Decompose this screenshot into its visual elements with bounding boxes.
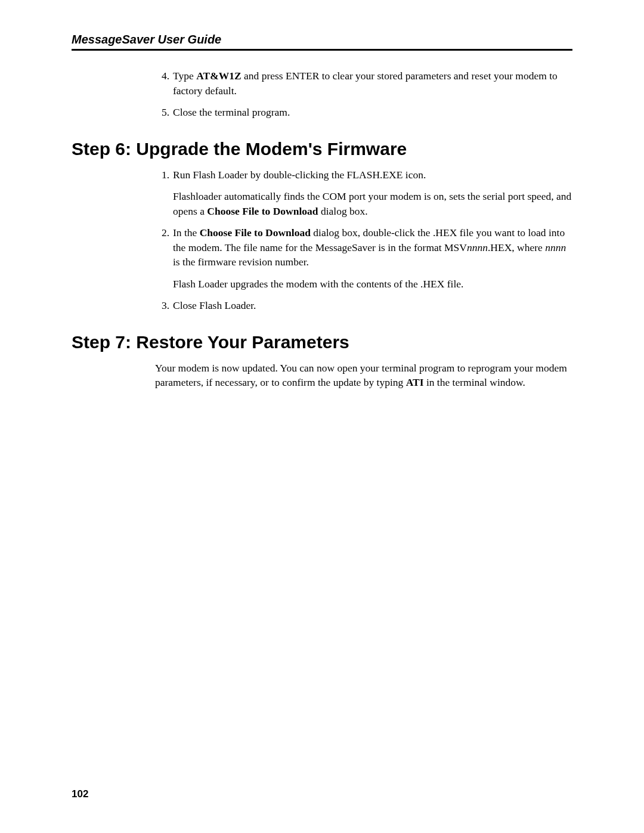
- list-text: Flash Loader upgrades the modem with the…: [173, 277, 572, 292]
- step7-heading: Step 7: Restore Your Parameters: [72, 332, 572, 352]
- paragraph-text: Your modem is now updated. You can now o…: [155, 361, 572, 390]
- step7-block: Your modem is now updated. You can now o…: [72, 361, 572, 390]
- list-item-3: 3. Close Flash Loader.: [155, 298, 572, 313]
- list-text: Run Flash Loader by double-clicking the …: [173, 168, 572, 182]
- list-number: 2.: [155, 225, 169, 291]
- list-text: Flashloader automatically finds the COM …: [173, 189, 572, 218]
- prelist-block: 4. Type AT&W1Z and press ENTER to clear …: [72, 69, 572, 120]
- dialog-name: Choose File to Download: [207, 205, 318, 217]
- page-number: 102: [72, 788, 88, 800]
- list-item-4: 4. Type AT&W1Z and press ENTER to clear …: [155, 69, 572, 98]
- list-text: Close Flash Loader.: [173, 298, 572, 313]
- list-item-5: 5. Close the terminal program.: [155, 105, 572, 120]
- header-title: MessageSaver User Guide: [72, 33, 572, 47]
- list-item-2: 2. In the Choose File to Download dialog…: [155, 225, 572, 291]
- list-body: Close Flash Loader.: [173, 298, 572, 313]
- document-page: MessageSaver User Guide 4. Type AT&W1Z a…: [0, 0, 644, 427]
- list-number: 3.: [155, 298, 169, 313]
- dialog-name: Choose File to Download: [200, 227, 311, 239]
- variable-text: nnnn: [545, 241, 566, 253]
- command-text: ATI: [406, 376, 424, 388]
- list-number: 5.: [155, 105, 169, 120]
- list-body: Type AT&W1Z and press ENTER to clear you…: [173, 69, 572, 98]
- list-body: Close the terminal program.: [173, 105, 572, 120]
- command-text: AT&W1Z: [196, 70, 242, 82]
- list-number: 4.: [155, 69, 169, 98]
- list-text: In the Choose File to Download dialog bo…: [173, 225, 572, 270]
- page-header: MessageSaver User Guide: [72, 33, 572, 51]
- list-number: 1.: [155, 168, 169, 219]
- list-text: Close the terminal program.: [173, 105, 572, 120]
- list-text: Type AT&W1Z and press ENTER to clear you…: [173, 69, 572, 98]
- step6-heading: Step 6: Upgrade the Modem's Firmware: [72, 139, 572, 159]
- step6-block: 1. Run Flash Loader by double-clicking t…: [72, 168, 572, 313]
- list-body: Run Flash Loader by double-clicking the …: [173, 168, 572, 219]
- variable-text: nnnn: [467, 241, 488, 253]
- list-item-1: 1. Run Flash Loader by double-clicking t…: [155, 168, 572, 219]
- list-body: In the Choose File to Download dialog bo…: [173, 225, 572, 291]
